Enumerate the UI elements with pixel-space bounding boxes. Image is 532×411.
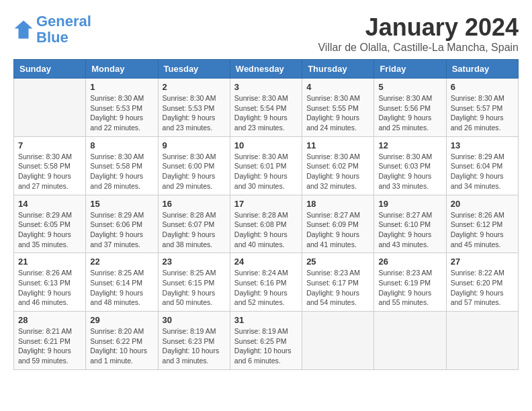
day-info: Sunrise: 8:19 AM Sunset: 6:23 PM Dayligh… (163, 326, 226, 366)
calendar-cell: 16Sunrise: 8:28 AM Sunset: 6:07 PM Dayli… (158, 195, 230, 253)
day-info: Sunrise: 8:19 AM Sunset: 6:25 PM Dayligh… (234, 326, 298, 366)
day-info: Sunrise: 8:28 AM Sunset: 6:07 PM Dayligh… (163, 210, 226, 250)
day-info: Sunrise: 8:22 AM Sunset: 6:20 PM Dayligh… (451, 268, 514, 308)
day-number: 25 (306, 257, 369, 267)
day-number: 18 (306, 199, 369, 209)
week-row: 21Sunrise: 8:26 AM Sunset: 6:13 PM Dayli… (14, 253, 519, 312)
calendar-cell: 27Sunrise: 8:22 AM Sunset: 6:20 PM Dayli… (446, 253, 518, 312)
day-info: Sunrise: 8:30 AM Sunset: 5:55 PM Dayligh… (306, 93, 369, 133)
day-info: Sunrise: 8:23 AM Sunset: 6:17 PM Dayligh… (306, 268, 369, 308)
calendar-cell: 15Sunrise: 8:29 AM Sunset: 6:06 PM Dayli… (86, 195, 158, 253)
day-number: 5 (378, 82, 441, 92)
day-number: 17 (234, 199, 298, 209)
day-info: Sunrise: 8:24 AM Sunset: 6:16 PM Dayligh… (234, 268, 298, 308)
day-number: 23 (163, 257, 226, 267)
day-info: Sunrise: 8:30 AM Sunset: 5:53 PM Dayligh… (90, 93, 153, 133)
header-cell-saturday: Saturday (446, 60, 518, 79)
day-info: Sunrise: 8:30 AM Sunset: 5:56 PM Dayligh… (378, 93, 441, 133)
day-number: 30 (163, 315, 226, 325)
header-cell-friday: Friday (374, 60, 446, 79)
header-cell-wednesday: Wednesday (230, 60, 302, 79)
calendar-cell: 31Sunrise: 8:19 AM Sunset: 6:25 PM Dayli… (230, 312, 302, 370)
calendar-cell: 9Sunrise: 8:30 AM Sunset: 6:00 PM Daylig… (158, 136, 230, 195)
day-number: 6 (451, 82, 514, 92)
calendar-title: January 2024 (318, 13, 519, 42)
day-number: 21 (18, 257, 81, 267)
calendar-cell: 22Sunrise: 8:25 AM Sunset: 6:14 PM Dayli… (86, 253, 158, 312)
day-number: 8 (90, 140, 153, 150)
calendar-subtitle: Villar de Olalla, Castille-La Mancha, Sp… (318, 42, 519, 54)
calendar-cell: 25Sunrise: 8:23 AM Sunset: 6:17 PM Dayli… (302, 253, 374, 312)
day-number: 1 (90, 82, 153, 92)
calendar-cell: 21Sunrise: 8:26 AM Sunset: 6:13 PM Dayli… (14, 253, 86, 312)
day-info: Sunrise: 8:25 AM Sunset: 6:14 PM Dayligh… (90, 268, 153, 308)
day-number: 12 (378, 140, 441, 150)
calendar-cell: 13Sunrise: 8:29 AM Sunset: 6:04 PM Dayli… (446, 136, 518, 195)
calendar-cell: 30Sunrise: 8:19 AM Sunset: 6:23 PM Dayli… (158, 312, 230, 370)
day-number: 28 (18, 315, 81, 325)
calendar-cell: 24Sunrise: 8:24 AM Sunset: 6:16 PM Dayli… (230, 253, 302, 312)
calendar-cell: 3Sunrise: 8:30 AM Sunset: 5:54 PM Daylig… (230, 79, 302, 137)
calendar-cell: 11Sunrise: 8:30 AM Sunset: 6:02 PM Dayli… (302, 136, 374, 195)
calendar-cell: 4Sunrise: 8:30 AM Sunset: 5:55 PM Daylig… (302, 79, 374, 137)
day-number: 11 (306, 140, 369, 150)
calendar-cell: 7Sunrise: 8:30 AM Sunset: 5:58 PM Daylig… (14, 136, 86, 195)
day-info: Sunrise: 8:30 AM Sunset: 5:57 PM Dayligh… (451, 93, 514, 133)
day-number: 27 (451, 257, 514, 267)
calendar-cell: 26Sunrise: 8:23 AM Sunset: 6:19 PM Dayli… (374, 253, 446, 312)
day-info: Sunrise: 8:28 AM Sunset: 6:08 PM Dayligh… (234, 210, 298, 250)
day-number: 20 (451, 199, 514, 209)
week-row: 7Sunrise: 8:30 AM Sunset: 5:58 PM Daylig… (14, 136, 519, 195)
calendar-cell (374, 312, 446, 370)
page-header: General Blue January 2024 Villar de Olal… (13, 13, 519, 54)
day-number: 19 (378, 199, 441, 209)
header-cell-thursday: Thursday (302, 60, 374, 79)
day-number: 9 (163, 140, 226, 150)
logo: General Blue (13, 13, 91, 46)
day-info: Sunrise: 8:27 AM Sunset: 6:09 PM Dayligh… (306, 210, 369, 250)
day-info: Sunrise: 8:30 AM Sunset: 5:53 PM Dayligh… (163, 93, 226, 133)
day-info: Sunrise: 8:29 AM Sunset: 6:04 PM Dayligh… (451, 152, 514, 191)
header-row: SundayMondayTuesdayWednesdayThursdayFrid… (14, 60, 519, 79)
svg-marker-0 (15, 21, 33, 39)
calendar-cell: 29Sunrise: 8:20 AM Sunset: 6:22 PM Dayli… (86, 312, 158, 370)
day-number: 29 (90, 315, 153, 325)
day-number: 24 (234, 257, 298, 267)
day-number: 2 (163, 82, 226, 92)
calendar-cell (14, 79, 86, 137)
day-info: Sunrise: 8:26 AM Sunset: 6:13 PM Dayligh… (18, 268, 81, 308)
header-cell-tuesday: Tuesday (158, 60, 230, 79)
day-info: Sunrise: 8:30 AM Sunset: 5:58 PM Dayligh… (90, 152, 153, 191)
day-number: 31 (234, 315, 298, 325)
calendar-cell: 14Sunrise: 8:29 AM Sunset: 6:05 PM Dayli… (14, 195, 86, 253)
day-number: 4 (306, 82, 369, 92)
day-info: Sunrise: 8:21 AM Sunset: 6:21 PM Dayligh… (18, 326, 81, 366)
day-number: 26 (378, 257, 441, 267)
logo-line2: Blue (36, 29, 69, 46)
calendar-cell: 19Sunrise: 8:27 AM Sunset: 6:10 PM Dayli… (374, 195, 446, 253)
day-info: Sunrise: 8:27 AM Sunset: 6:10 PM Dayligh… (378, 210, 441, 250)
day-info: Sunrise: 8:29 AM Sunset: 6:06 PM Dayligh… (90, 210, 153, 250)
week-row: 28Sunrise: 8:21 AM Sunset: 6:21 PM Dayli… (14, 312, 519, 370)
logo-icon (13, 19, 34, 40)
day-info: Sunrise: 8:26 AM Sunset: 6:12 PM Dayligh… (451, 210, 514, 250)
calendar-cell: 17Sunrise: 8:28 AM Sunset: 6:08 PM Dayli… (230, 195, 302, 253)
calendar-cell: 28Sunrise: 8:21 AM Sunset: 6:21 PM Dayli… (14, 312, 86, 370)
day-info: Sunrise: 8:30 AM Sunset: 5:58 PM Dayligh… (18, 152, 81, 191)
day-info: Sunrise: 8:30 AM Sunset: 6:03 PM Dayligh… (378, 152, 441, 191)
calendar-cell (302, 312, 374, 370)
header-cell-monday: Monday (86, 60, 158, 79)
day-info: Sunrise: 8:20 AM Sunset: 6:22 PM Dayligh… (90, 326, 153, 366)
day-info: Sunrise: 8:30 AM Sunset: 5:54 PM Dayligh… (234, 93, 298, 133)
title-area: January 2024 Villar de Olalla, Castille-… (318, 13, 519, 54)
day-info: Sunrise: 8:30 AM Sunset: 6:01 PM Dayligh… (234, 152, 298, 191)
calendar-cell: 1Sunrise: 8:30 AM Sunset: 5:53 PM Daylig… (86, 79, 158, 137)
calendar-cell: 23Sunrise: 8:25 AM Sunset: 6:15 PM Dayli… (158, 253, 230, 312)
calendar-cell: 10Sunrise: 8:30 AM Sunset: 6:01 PM Dayli… (230, 136, 302, 195)
day-number: 22 (90, 257, 153, 267)
calendar-cell: 8Sunrise: 8:30 AM Sunset: 5:58 PM Daylig… (86, 136, 158, 195)
day-info: Sunrise: 8:30 AM Sunset: 6:02 PM Dayligh… (306, 152, 369, 191)
calendar-cell: 2Sunrise: 8:30 AM Sunset: 5:53 PM Daylig… (158, 79, 230, 137)
calendar-cell: 20Sunrise: 8:26 AM Sunset: 6:12 PM Dayli… (446, 195, 518, 253)
day-number: 16 (163, 199, 226, 209)
